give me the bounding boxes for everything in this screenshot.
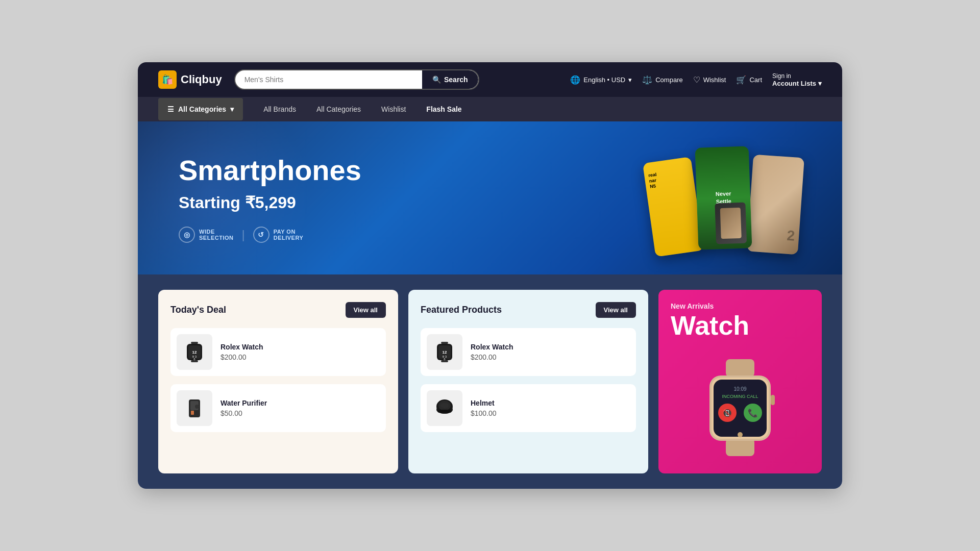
selection-icon: ◎ xyxy=(179,227,195,243)
wishlist-button[interactable]: ♡ Wishlist xyxy=(693,75,726,85)
phone-person xyxy=(720,208,742,239)
new-arrivals-card: New Arrivals Watch 10:09 INCOMING CALL xyxy=(658,290,822,473)
phone-3-label: 2 xyxy=(787,228,796,244)
featured-view-all-button[interactable]: View all xyxy=(596,302,636,318)
deal-product-1-name: Rolex Watch xyxy=(220,343,263,351)
featured-product-2-price: $100.00 xyxy=(471,409,497,417)
hero-phones: realnarN5 NeverSettle 2 xyxy=(648,147,801,249)
svg-text:12: 12 xyxy=(192,350,197,355)
todays-deal-header: Today's Deal View all xyxy=(170,302,386,318)
categories-dropdown-button[interactable]: ☰ All Categories ▾ xyxy=(158,98,243,120)
svg-text:INCOMING CALL: INCOMING CALL xyxy=(722,394,758,399)
svg-point-35 xyxy=(738,432,743,437)
deal-product-1-image: 12 9 3 6 xyxy=(177,334,212,370)
svg-rect-11 xyxy=(441,342,448,344)
cart-icon: 🛒 xyxy=(736,75,746,85)
featured-products-card: Featured Products View all 12 9 3 6 xyxy=(408,290,648,473)
account-button[interactable]: Sign in Account Lists ▾ xyxy=(772,72,822,87)
hero-banner: Smartphones Starting ₹5,299 ◎ WIDESELECT… xyxy=(138,121,842,274)
featured-product-1-info: Rolex Watch $200.00 xyxy=(471,343,513,361)
deals-view-all-button[interactable]: View all xyxy=(346,302,386,318)
deal-product-1-info: Rolex Watch $200.00 xyxy=(220,343,263,361)
badge-divider: | xyxy=(241,228,244,242)
search-bar: 🔍 Search xyxy=(234,69,479,90)
cart-button[interactable]: 🛒 Cart xyxy=(736,75,762,85)
deal-product-2[interactable]: Water Purifier $50.00 xyxy=(170,384,386,432)
phone-1: realnarN5 xyxy=(643,157,704,257)
wide-selection-label: WIDESELECTION xyxy=(199,229,233,241)
svg-rect-23 xyxy=(726,359,754,377)
compare-label: Compare xyxy=(655,76,682,84)
watch-icon-2: 12 9 3 6 xyxy=(432,339,457,365)
featured-header: Featured Products View all xyxy=(421,302,636,318)
svg-point-22 xyxy=(440,403,449,408)
search-button-label: Search xyxy=(444,76,468,84)
svg-text:12: 12 xyxy=(443,350,447,355)
search-input[interactable] xyxy=(235,70,422,89)
phone-3: 2 xyxy=(747,155,804,255)
featured-product-2-image xyxy=(427,390,462,426)
compare-icon: ⚖️ xyxy=(642,75,652,85)
nav-wishlist[interactable]: Wishlist xyxy=(371,97,416,121)
deal-product-2-image xyxy=(177,390,212,426)
deal-product-2-name: Water Purifier xyxy=(220,399,267,407)
phone-2: NeverSettle xyxy=(695,146,752,250)
new-arrivals-label: New Arrivals xyxy=(671,302,810,310)
header-actions: 🌐 English • USD ▾ ⚖️ Compare ♡ Wishlist … xyxy=(570,72,822,87)
featured-product-2[interactable]: Helmet $100.00 xyxy=(421,384,636,432)
deal-product-1-price: $200.00 xyxy=(220,353,263,361)
featured-product-1-name: Rolex Watch xyxy=(471,343,513,351)
svg-text:10:09: 10:09 xyxy=(733,386,746,392)
navigation: ☰ All Categories ▾ All Brands All Catego… xyxy=(138,97,842,121)
heart-icon: ♡ xyxy=(693,75,700,85)
deal-product-2-info: Water Purifier $50.00 xyxy=(220,399,267,417)
featured-title: Featured Products xyxy=(421,305,502,315)
menu-icon: ☰ xyxy=(167,105,174,113)
cards-section: Today's Deal View all 12 9 3 6 xyxy=(138,274,842,489)
header: 🛍️ Cliqbuy 🔍 Search 🌐 English • USD ▾ ⚖️… xyxy=(138,62,842,97)
svg-rect-24 xyxy=(726,438,754,456)
deal-product-2-price: $50.00 xyxy=(220,409,267,417)
compare-button[interactable]: ⚖️ Compare xyxy=(642,75,682,85)
hero-badges: ◎ WIDESELECTION | ↺ PAY ONDELIVERY xyxy=(179,227,361,243)
helmet-icon xyxy=(432,395,457,421)
svg-rect-21 xyxy=(438,410,451,413)
pay-on-delivery-label: PAY ONDELIVERY xyxy=(274,229,304,241)
watch-display: 10:09 INCOMING CALL 📵 📞 xyxy=(671,349,810,461)
purifier-icon xyxy=(182,395,207,421)
language-label: English • USD xyxy=(583,76,625,84)
hero-text: Smartphones Starting ₹5,299 ◎ WIDESELECT… xyxy=(179,154,361,243)
signin-label: Sign in xyxy=(772,72,822,80)
featured-product-1-price: $200.00 xyxy=(471,353,513,361)
smartwatch-svg: 10:09 INCOMING CALL 📵 📞 xyxy=(694,359,786,461)
account-lists-label: Account Lists ▾ xyxy=(772,80,822,87)
search-icon: 🔍 xyxy=(432,76,441,84)
cart-label: Cart xyxy=(749,76,762,84)
watch-icon-1: 12 9 3 6 xyxy=(182,339,207,365)
wide-selection-badge: ◎ WIDESELECTION xyxy=(179,227,233,243)
logo-icon: 🛍️ xyxy=(158,70,177,89)
chevron-down-icon: ▾ xyxy=(818,80,822,87)
language-selector[interactable]: 🌐 English • USD ▾ xyxy=(570,75,632,85)
nav-all-categories[interactable]: All Categories xyxy=(306,97,371,121)
nav-all-brands[interactable]: All Brands xyxy=(253,97,306,121)
delivery-icon: ↺ xyxy=(253,227,270,243)
logo[interactable]: 🛍️ Cliqbuy xyxy=(158,70,222,89)
wishlist-label: Wishlist xyxy=(703,76,726,84)
featured-product-1[interactable]: 12 9 3 6 Rolex Watch $200.00 xyxy=(421,328,636,376)
chevron-icon: ▾ xyxy=(230,105,234,113)
phone-1-label: realnarN5 xyxy=(648,172,658,189)
svg-text:📞: 📞 xyxy=(748,408,758,418)
nav-flash-sale[interactable]: Flash Sale xyxy=(416,97,472,121)
search-button[interactable]: 🔍 Search xyxy=(422,70,478,89)
globe-icon: 🌐 xyxy=(570,75,580,85)
featured-product-2-info: Helmet $100.00 xyxy=(471,399,497,417)
deal-product-1[interactable]: 12 9 3 6 Rolex Watch $200.00 xyxy=(170,328,386,376)
todays-deal-card: Today's Deal View all 12 9 3 6 xyxy=(158,290,398,473)
svg-text:📵: 📵 xyxy=(722,408,732,418)
hero-title: Smartphones xyxy=(179,154,361,187)
new-arrivals-title: Watch xyxy=(671,312,810,339)
dropdown-icon: ▾ xyxy=(628,76,632,84)
pay-on-delivery-badge: ↺ PAY ONDELIVERY xyxy=(253,227,304,243)
hero-price: Starting ₹5,299 xyxy=(179,193,361,212)
